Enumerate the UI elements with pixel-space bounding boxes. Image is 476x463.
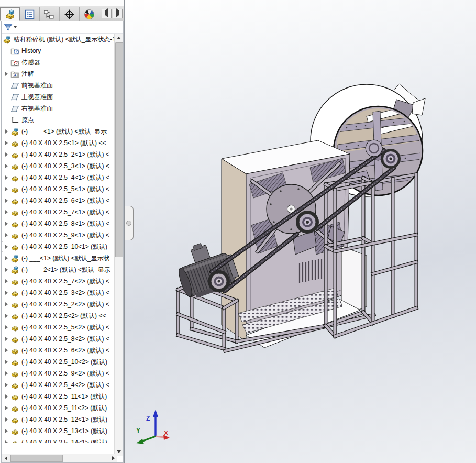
tree-item[interactable]: (-) 40 X 40 X 2.5_9<1> (默认) < — [2, 229, 116, 241]
tree-item[interactable]: (-) 40 X 40 X 2.5_14<1> (默认) — [2, 437, 116, 443]
expand-arrow-icon[interactable] — [5, 210, 10, 214]
tree-item[interactable]: (-) ____2<1> (默认) <默认_显示 — [2, 264, 116, 275]
expand-arrow-icon[interactable] — [5, 72, 10, 76]
tree-item[interactable]: (-) 40 X 40 X 2.5_5<1> (默认) < — [2, 183, 116, 195]
tree-item[interactable]: (-) 40 X 40 X 2.5_13<1> (默认) — [2, 425, 116, 437]
expand-arrow-icon[interactable] — [5, 199, 10, 203]
tree-horizontal-scrollbar[interactable] — [2, 454, 117, 462]
panel-tab-bar — [0, 6, 124, 21]
tree-item[interactable]: 传感器 — [2, 57, 116, 68]
tree-item-label: (-) 40 X 40 X 2.5_4<2> (默认) < — [21, 379, 109, 391]
tree-item[interactable]: 上视基准面 — [2, 91, 116, 103]
expand-arrow-icon[interactable] — [5, 245, 10, 249]
tree-item[interactable]: (-) 40 X 40 X 2.5_8<1> (默认) < — [2, 218, 116, 229]
tree-item[interactable]: (-) 40 X 40 X 2.5_2<2> (默认) < — [2, 299, 116, 310]
tree-item[interactable]: (-) 40 X 40 X 2.5_6<2> (默认) < — [2, 345, 116, 356]
expand-arrow-icon[interactable] — [5, 175, 10, 180]
expand-arrow-icon[interactable] — [5, 429, 10, 433]
tree-item[interactable]: (-) 40 X 40 X 2.5_10<1> (默认) — [2, 241, 116, 252]
expand-arrow-icon[interactable] — [5, 302, 10, 306]
scroll-left-icon[interactable] — [2, 454, 10, 462]
tree-item[interactable]: (-) 40 X 40 X 2.5_3<2> (默认) < — [2, 287, 116, 299]
tree-item[interactable]: (-) 40 X 40 X 2.5_7<1> (默认) < — [2, 206, 116, 218]
expand-arrow-icon[interactable] — [5, 314, 10, 318]
part-icon — [10, 300, 19, 309]
crusher-machine-model[interactable] — [171, 84, 425, 351]
tree-item-label: 注解 — [21, 68, 34, 80]
expand-arrow-icon[interactable] — [5, 360, 10, 364]
expand-arrow-icon[interactable] — [5, 279, 10, 283]
motor-pulley — [208, 270, 230, 292]
tree-item-label: (-) 40 X 40 X 2.5_11<2> (默认) — [21, 402, 107, 414]
dimxpert-icon — [64, 9, 75, 20]
tree-item-label: 秸秆粉碎机 (默认) <默认_显示状态-1 — [14, 34, 116, 45]
expand-arrow-icon[interactable] — [5, 406, 10, 410]
scroll-up-icon[interactable] — [115, 34, 123, 42]
tree-item[interactable]: (-) 40 X 40 X 2.5_9<2> (默认) < — [2, 368, 116, 379]
expand-arrow-icon[interactable] — [5, 291, 10, 295]
expand-arrow-icon[interactable] — [5, 348, 10, 352]
expand-arrow-icon[interactable] — [5, 152, 10, 157]
expand-arrow-icon[interactable] — [5, 268, 10, 272]
tree-item[interactable]: (-) 40 X 40 X 2.5_11<1> (默认) — [2, 391, 116, 402]
tree-filter-bar[interactable] — [2, 21, 123, 34]
expand-arrow-icon[interactable] — [5, 383, 10, 387]
configurationmanager-tab[interactable] — [40, 7, 60, 21]
tree-item[interactable]: (-) 40 X 40 X 2.5_5<2> (默认) < — [2, 322, 116, 333]
tree-item[interactable]: History — [2, 45, 116, 57]
expand-arrow-icon[interactable] — [5, 440, 10, 443]
expand-arrow-icon[interactable] — [5, 417, 10, 422]
expand-arrow-icon[interactable] — [5, 371, 10, 376]
plane-icon — [10, 93, 19, 102]
expand-arrow-icon[interactable] — [5, 233, 10, 237]
tree-item[interactable]: (-) ____<1> (默认) <默认_显示 — [2, 126, 116, 137]
expand-arrow-icon[interactable] — [5, 256, 10, 260]
tree-item[interactable]: (-) 40 X 40 X 2.5_3<1> (默认) < — [2, 160, 116, 172]
graphics-viewport[interactable]: Z Y X — [125, 0, 476, 463]
tree-item[interactable]: (-) 40 X 40 X 2.5_4<2> (默认) < — [2, 379, 116, 391]
tree-item[interactable]: 原点 — [2, 114, 116, 126]
tree-item[interactable]: 右视基准面 — [2, 103, 116, 114]
tree-item[interactable]: (-) 40 X 40 X 2.5_12<1> (默认) — [2, 414, 116, 425]
feature-tree: 秸秆粉碎机 (默认) <默认_显示状态-1 History 传感器 注解 前视基… — [2, 34, 116, 443]
filter-dropdown-caret[interactable] — [14, 26, 17, 28]
expand-arrow-icon[interactable] — [5, 187, 10, 191]
expand-arrow-icon[interactable] — [5, 222, 10, 226]
part-icon — [10, 139, 19, 148]
tree-item[interactable]: (-) 40 X 40 X 2.5_7<2> (默认) < — [2, 275, 116, 287]
vertical-scroll-thumb[interactable] — [115, 42, 123, 257]
tree-item[interactable]: (-) 40 X 40 X 2.5<1> (默认) << — [2, 137, 116, 149]
tree-item[interactable]: (-) 40 X 40 X 2.5<2> (默认) << — [2, 310, 116, 322]
part-icon — [10, 358, 19, 367]
expand-arrow-icon[interactable] — [5, 325, 10, 329]
panel-splitter-handle[interactable] — [125, 206, 134, 240]
expand-arrow-icon[interactable] — [5, 337, 10, 341]
tree-item[interactable]: (-) 40 X 40 X 2.5_4<1> (默认) < — [2, 172, 116, 183]
tab-scroll-right-icon[interactable] — [113, 9, 123, 18]
tree-item[interactable]: (-) 40 X 40 X 2.5_6<1> (默认) < — [2, 195, 116, 206]
tree-item[interactable]: (-) ___<1> (默认) <默认_显示状 — [2, 252, 116, 264]
expand-arrow-icon[interactable] — [5, 394, 10, 399]
tree-item[interactable]: (-) 40 X 40 X 2.5_10<2> (默认) — [2, 356, 116, 368]
propertymanager-tab[interactable] — [20, 7, 40, 21]
tree-item[interactable]: 注解 — [2, 68, 116, 80]
scroll-right-icon[interactable] — [109, 454, 117, 462]
tab-scroll-left-icon[interactable] — [102, 9, 112, 18]
tree-item[interactable]: (-) 40 X 40 X 2.5_11<2> (默认) — [2, 402, 116, 414]
tree-vertical-scrollbar[interactable] — [114, 34, 123, 456]
filter-funnel-icon[interactable] — [4, 23, 13, 32]
displaymanager-tab[interactable] — [80, 7, 99, 21]
featuremanager-tab[interactable] — [0, 7, 20, 21]
tree-item[interactable]: (-) 40 X 40 X 2.5_2<1> (默认) < — [2, 149, 116, 160]
shaft-pulley — [296, 211, 319, 234]
tree-item[interactable]: 前视基准面 — [2, 80, 116, 91]
tree-item-label: 原点 — [21, 114, 34, 126]
horizontal-scroll-thumb[interactable] — [10, 455, 63, 462]
tree-item[interactable]: (-) 40 X 40 X 2.5_8<2> (默认) < — [2, 333, 116, 345]
tree-item[interactable]: 秸秆粉碎机 (默认) <默认_显示状态-1 — [2, 34, 116, 45]
expand-arrow-icon[interactable] — [5, 164, 10, 168]
expand-arrow-icon[interactable] — [5, 141, 10, 145]
expand-arrow-icon[interactable] — [5, 129, 10, 134]
annotation-icon — [10, 70, 19, 79]
dimxpertmanager-tab[interactable] — [60, 7, 80, 21]
